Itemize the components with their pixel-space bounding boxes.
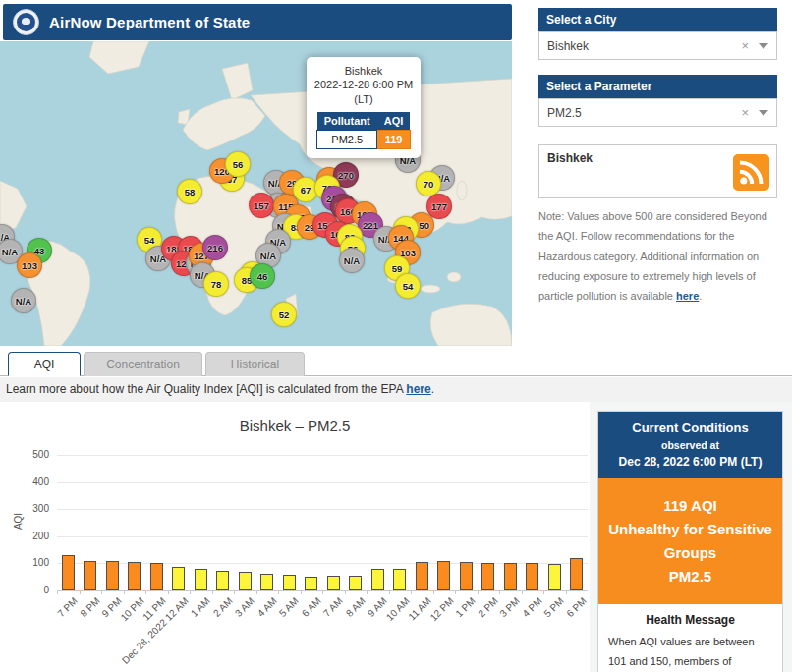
popup-timezone: (LT)	[311, 92, 416, 106]
aqi-map-marker[interactable]: 78	[203, 271, 229, 297]
chart-title: Bishkek – PM2.5	[0, 418, 590, 434]
chart-bar[interactable]	[62, 555, 75, 590]
cc-title: Current Conditions	[604, 419, 776, 438]
chart-bar[interactable]	[128, 562, 141, 590]
app-header: AirNow Department of State	[3, 4, 512, 40]
chart-bar[interactable]	[504, 563, 517, 590]
popup-col-pollutant: Pollutant	[317, 112, 377, 131]
popup-aqi-value: 119	[377, 130, 411, 148]
tab-aqi[interactable]: AQI	[8, 352, 81, 376]
aqi-map-marker[interactable]: N/A	[339, 248, 365, 273]
chart-bar[interactable]	[106, 561, 119, 590]
chart-gridline	[57, 482, 588, 483]
parameter-select-value: PM2.5	[547, 106, 741, 120]
chart-x-tick	[278, 590, 279, 594]
chart-bar[interactable]	[305, 577, 317, 590]
tab-concentration[interactable]: Concentration	[84, 352, 202, 376]
chart-bar[interactable]	[216, 571, 229, 590]
city-caret-icon[interactable]	[759, 43, 768, 49]
city-select[interactable]: Bishkek ×	[538, 31, 777, 60]
aqi-map-marker[interactable]: N/A	[11, 288, 36, 313]
chart-x-tick	[322, 590, 323, 594]
airnow-page: AirNow Department of State	[0, 0, 792, 672]
chart-x-tick	[80, 590, 81, 594]
chart-y-tick-label: 500	[6, 449, 49, 460]
cc-pollutant: PM2.5	[606, 565, 774, 588]
chart-x-tick	[345, 590, 346, 594]
chart-bar[interactable]	[260, 574, 273, 590]
chart-x-tick	[543, 590, 544, 594]
chart-x-tick	[455, 590, 456, 594]
cc-aqi-block: 119 AQI Unhealthy for Sensitive Groups P…	[598, 478, 782, 604]
aqi-map-marker[interactable]: 216	[202, 235, 228, 260]
chart-gridline	[57, 536, 588, 537]
chart-x-tick	[389, 590, 390, 594]
aqi-map-marker[interactable]: 54	[395, 273, 421, 299]
chart-bar[interactable]	[416, 562, 428, 590]
rss-feed-box: Bishkek	[538, 144, 777, 198]
chart-bar[interactable]	[349, 576, 362, 590]
tab-historical[interactable]: Historical	[205, 352, 305, 376]
chart-bar[interactable]	[150, 563, 163, 590]
chart-x-tick	[57, 590, 58, 594]
aqi-map-marker[interactable]: 52	[271, 302, 297, 327]
select-city-header: Select a City	[538, 8, 777, 31]
rss-icon[interactable]	[733, 154, 769, 191]
cc-health-title: Health Message	[608, 613, 772, 627]
learn-here-link[interactable]: here	[406, 382, 430, 396]
chart-x-tick	[301, 590, 302, 594]
current-conditions-panel: Current Conditions observed at Dec 28, 2…	[597, 411, 783, 672]
chart-x-tick	[522, 590, 523, 594]
chart-x-tick	[499, 590, 500, 594]
world-aqi-map[interactable]: N/AN/A43103N/A571205658N/A2967N/A1571151…	[0, 41, 512, 346]
chart-bar[interactable]	[84, 561, 96, 590]
chart-x-tick	[101, 590, 102, 594]
chart-bar[interactable]	[393, 569, 406, 590]
learn-more-bar: Learn more about how the Air Quality Ind…	[0, 377, 792, 402]
parameter-select[interactable]: PM2.5 ×	[538, 98, 777, 127]
chart-x-tick	[411, 590, 412, 594]
city-clear-icon[interactable]: ×	[741, 38, 749, 53]
parameter-caret-icon[interactable]	[759, 110, 768, 116]
chart-x-tick	[256, 590, 257, 594]
chart-x-tick	[234, 590, 235, 594]
aqi-map-marker[interactable]: 46	[250, 263, 275, 289]
chart-x-tick	[367, 590, 368, 594]
chart-x-tick	[433, 590, 434, 594]
note-here-link[interactable]: here	[676, 290, 699, 302]
aqi-map-marker[interactable]: 103	[17, 252, 42, 278]
cc-aqi-value: 119 AQI	[606, 494, 774, 518]
chart-bar[interactable]	[526, 563, 538, 590]
aqi-chart-panel: Bishkek – PM2.5 AQI 01002003004005007 PM…	[0, 402, 590, 672]
chart-bar[interactable]	[460, 562, 473, 590]
chart-bar[interactable]	[172, 567, 185, 590]
popup-city: Bishkek	[311, 64, 416, 78]
aqi-map-marker[interactable]: 58	[177, 179, 202, 204]
chart-y-axis-title: AQI	[13, 513, 24, 530]
aqi-map-marker[interactable]: 157	[249, 193, 274, 218]
chart-y-tick-label: 300	[6, 503, 49, 514]
note-text: Note: Values above 500 are considered Be…	[538, 210, 767, 302]
chart-x-tick	[168, 590, 169, 594]
aqi-map-marker[interactable]: 56	[225, 151, 251, 177]
tab-bar: AQI Concentration Historical	[0, 352, 792, 376]
chart-bar[interactable]	[570, 558, 583, 590]
chart-bar[interactable]	[481, 563, 494, 590]
chart-bar[interactable]	[239, 572, 252, 590]
chart-bar[interactable]	[327, 576, 340, 590]
cc-aqi-category: Unhealthy for Sensitive Groups	[606, 518, 774, 565]
chart-bar[interactable]	[437, 561, 450, 590]
chart-gridline	[57, 509, 588, 510]
popup-table: Pollutant AQI PM2.5 119	[316, 112, 411, 149]
parameter-clear-icon[interactable]: ×	[741, 105, 749, 120]
select-parameter-header: Select a Parameter	[538, 75, 777, 98]
map-popup: Bishkek 2022-12-28 6:00 PM (LT) Pollutan…	[307, 57, 421, 158]
chart-bar[interactable]	[548, 564, 561, 590]
chart-x-tick	[478, 590, 479, 594]
chart-bar[interactable]	[195, 569, 207, 590]
chart-x-tick	[190, 590, 191, 594]
chart-y-tick-label: 200	[6, 531, 49, 541]
chart-bar[interactable]	[283, 575, 296, 590]
learn-text: Learn more about how the Air Quality Ind…	[6, 382, 406, 396]
chart-bar[interactable]	[371, 569, 384, 590]
